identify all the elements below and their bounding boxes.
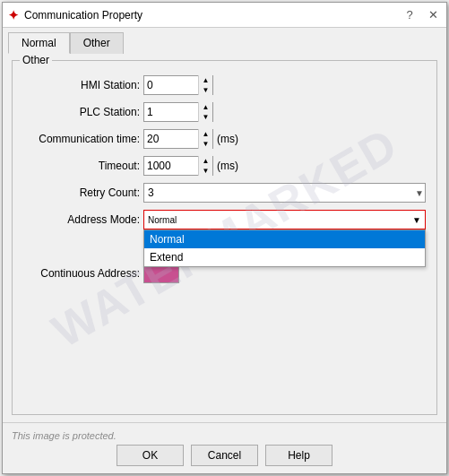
- hmi-station-row: HMI Station: ▲ ▼: [23, 75, 426, 95]
- hmi-station-up-btn[interactable]: ▲: [199, 75, 212, 85]
- title-controls: ? ✕: [402, 7, 441, 23]
- address-mode-input-wrap: Normal ▼ Normal Extend: [143, 210, 426, 229]
- comm-time-input[interactable]: [144, 130, 198, 148]
- hmi-station-spinbox: ▲ ▼: [143, 75, 213, 95]
- retry-count-input-wrap: 3 1 2 4 5 ▼: [143, 183, 426, 203]
- timeout-row: Timeout: ▲ ▼ (ms): [23, 156, 426, 176]
- plc-station-spinbox: ▲ ▼: [143, 102, 213, 122]
- plc-station-spinbox-btns: ▲ ▼: [198, 102, 212, 122]
- timeout-unit: (ms): [217, 160, 238, 172]
- comm-time-spinbox-btns: ▲ ▼: [198, 129, 212, 149]
- address-mode-option-normal[interactable]: Normal: [144, 230, 425, 248]
- help-button[interactable]: Help: [265, 445, 332, 466]
- title-bar: ✦ Communication Property ? ✕: [3, 3, 446, 28]
- comm-time-label: Communication time:: [23, 133, 140, 145]
- footer-buttons: OK Cancel Help: [12, 445, 437, 466]
- timeout-input[interactable]: [144, 157, 198, 175]
- comm-time-down-btn[interactable]: ▼: [199, 139, 212, 149]
- timeout-up-btn[interactable]: ▲: [199, 156, 212, 166]
- plc-station-row: PLC Station: ▲ ▼: [23, 102, 426, 122]
- comm-time-row: Communication time: ▲ ▼ (ms): [23, 129, 426, 149]
- app-icon: ✦: [8, 8, 19, 22]
- tab-normal[interactable]: Normal: [8, 32, 70, 54]
- hmi-station-input[interactable]: [144, 76, 198, 94]
- timeout-input-wrap: ▲ ▼ (ms): [143, 156, 426, 176]
- ok-button[interactable]: OK: [117, 445, 184, 466]
- address-mode-label: Address Mode:: [23, 213, 140, 226]
- retry-count-row: Retry Count: 3 1 2 4 5 ▼: [23, 183, 426, 203]
- protected-text: This image is protected.: [12, 430, 437, 441]
- address-mode-option-extend[interactable]: Extend: [144, 248, 425, 266]
- plc-station-label: PLC Station:: [23, 106, 140, 118]
- address-mode-dropdown-btn[interactable]: Normal ▼: [143, 210, 426, 229]
- plc-station-down-btn[interactable]: ▼: [199, 112, 212, 122]
- address-mode-dropdown-list: Normal Extend: [143, 229, 426, 267]
- retry-count-select[interactable]: 3 1 2 4 5: [143, 183, 426, 203]
- group-box-other: Other WATERMARKED HMI Station: ▲ ▼: [12, 60, 437, 415]
- tab-other[interactable]: Other: [70, 32, 124, 54]
- plc-station-up-btn[interactable]: ▲: [199, 102, 212, 112]
- retry-count-label: Retry Count:: [23, 186, 140, 199]
- dialog-title: Communication Property: [24, 9, 142, 22]
- group-box-label: Other: [20, 54, 52, 66]
- tab-bar: Normal Other: [3, 28, 446, 53]
- timeout-label: Timeout:: [23, 160, 140, 172]
- close-button[interactable]: ✕: [425, 7, 441, 23]
- comm-time-unit: (ms): [217, 133, 238, 145]
- title-left: ✦ Communication Property: [8, 8, 142, 22]
- comm-time-spinbox: ▲ ▼: [143, 129, 213, 149]
- hmi-station-down-btn[interactable]: ▼: [199, 85, 212, 95]
- hmi-station-label: HMI Station:: [23, 79, 140, 91]
- hmi-station-input-wrap: ▲ ▼: [143, 75, 426, 95]
- communication-property-dialog: ✦ Communication Property ? ✕ Normal Othe…: [2, 2, 447, 474]
- continuous-address-label: Continuous Address:: [23, 267, 140, 280]
- comm-time-input-wrap: ▲ ▼ (ms): [143, 129, 426, 149]
- content-area: Other WATERMARKED HMI Station: ▲ ▼: [3, 53, 446, 422]
- comm-time-up-btn[interactable]: ▲: [199, 129, 212, 139]
- cancel-button[interactable]: Cancel: [191, 445, 258, 466]
- hmi-station-spinbox-btns: ▲ ▼: [198, 75, 212, 95]
- timeout-spinbox: ▲ ▼: [143, 156, 213, 176]
- plc-station-input-wrap: ▲ ▼: [143, 102, 426, 122]
- address-mode-row: Address Mode: Normal ▼ Normal Extend: [23, 210, 426, 229]
- footer: This image is protected. OK Cancel Help: [3, 422, 446, 473]
- help-title-button[interactable]: ?: [402, 7, 418, 23]
- form-rows: HMI Station: ▲ ▼ PLC Station:: [23, 75, 426, 283]
- timeout-down-btn[interactable]: ▼: [199, 166, 212, 176]
- plc-station-input[interactable]: [144, 103, 198, 121]
- address-mode-value: Normal: [148, 215, 177, 225]
- timeout-spinbox-btns: ▲ ▼: [198, 156, 212, 176]
- retry-count-dropdown-wrap: 3 1 2 4 5 ▼: [143, 183, 426, 203]
- address-mode-arrow-icon: ▼: [412, 215, 421, 225]
